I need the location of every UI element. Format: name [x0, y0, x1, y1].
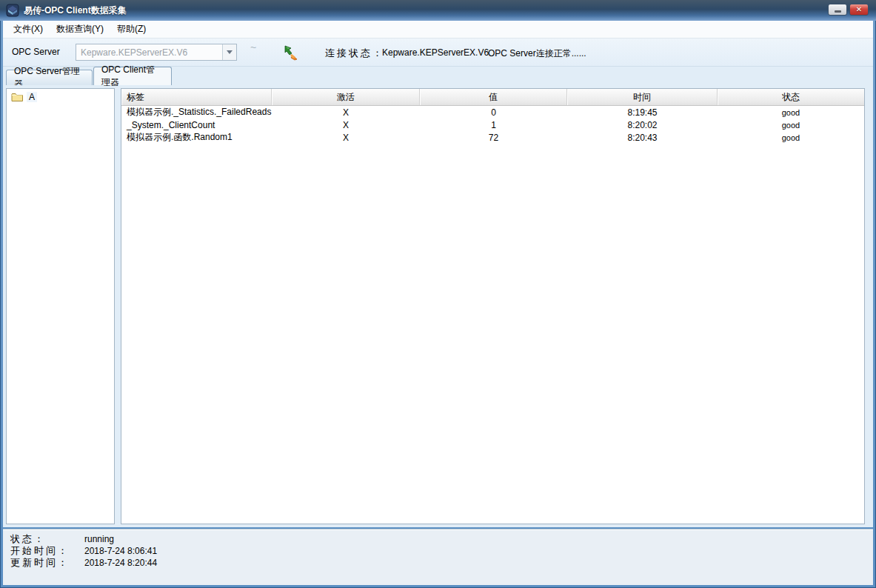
cell-active: X — [272, 107, 420, 118]
cell-active: X — [272, 120, 420, 130]
column-header-time[interactable]: 时间 — [567, 89, 718, 105]
cell-status: good — [718, 121, 864, 130]
toolbar: OPC Server Kepware.KEPServerEX.V6 连接状态： … — [3, 39, 873, 67]
status-value: 2018-7-24 8:20:44 — [84, 557, 157, 569]
close-icon: ✕ — [856, 6, 862, 13]
status-value: 2018-7-24 8:06:41 — [84, 545, 157, 557]
connected-server-name: Kepware.KEPServerEX.V6 — [382, 47, 489, 58]
column-header-status[interactable]: 状态 — [718, 89, 864, 105]
combobox-dropdown-button[interactable] — [222, 44, 236, 60]
cell-tag: _System._ClientCount — [121, 120, 272, 130]
menu-item-data-query[interactable]: 数据查询(Y) — [50, 21, 110, 38]
cell-time: 8:19:45 — [567, 107, 718, 118]
table-row[interactable]: _System._ClientCount X 1 8:20:02 good — [121, 118, 864, 131]
cell-tag: 模拟器示例._Statistics._FailedReads — [121, 106, 272, 118]
status-label: 开始时间： — [10, 545, 84, 557]
tag-table: 标签 激活 值 时间 状态 模拟器示例._Statistics._FailedR… — [121, 88, 865, 524]
cell-status: good — [718, 108, 864, 117]
tree-item-group-a[interactable]: A — [7, 89, 114, 102]
opc-server-label: OPC Server — [12, 47, 60, 57]
connection-status-label: 连接状态： — [325, 47, 384, 60]
connection-status-text: OPC Server连接正常...... — [488, 47, 586, 60]
app-window: 易传-OPC Client数据采集 ✕ 文件(X) 数据查询(Y) 帮助(Z) … — [0, 0, 876, 588]
content-area: A 标签 激活 值 时间 状态 模拟器示例._Statistics._Faile… — [3, 85, 873, 527]
tab-opc-client-manager[interactable]: OPC Client管理器 — [93, 67, 172, 85]
tilde-mark: ~ — [250, 41, 256, 53]
status-value: running — [84, 533, 114, 545]
table-row[interactable]: 模拟器示例.函数.Random1 X 72 8:20:43 good — [121, 131, 864, 144]
tree-item-label: A — [27, 92, 37, 102]
status-row-state: 状态： running — [10, 533, 873, 545]
cell-value: 0 — [420, 107, 567, 118]
group-tree-panel: A — [6, 88, 115, 524]
cell-status: good — [718, 133, 864, 142]
window-title: 易传-OPC Client数据采集 — [24, 4, 127, 17]
refresh-pen-icon[interactable] — [283, 44, 301, 61]
column-header-tag[interactable]: 标签 — [121, 89, 272, 105]
tab-opc-server-manager[interactable]: OPC Server管理器 — [6, 70, 93, 85]
cell-time: 8:20:43 — [567, 133, 718, 143]
cell-tag: 模拟器示例.函数.Random1 — [121, 131, 272, 144]
cell-value: 72 — [420, 133, 567, 143]
menubar: 文件(X) 数据查询(Y) 帮助(Z) — [3, 21, 873, 39]
tab-label: OPC Client管理器 — [101, 64, 164, 89]
window-controls: ✕ — [828, 4, 869, 16]
status-row-update-time: 更新时间： 2018-7-24 8:20:44 — [10, 557, 873, 569]
menu-item-file[interactable]: 文件(X) — [7, 21, 49, 38]
status-label: 状态： — [10, 533, 84, 545]
server-combobox-value: Kepware.KEPServerEX.V6 — [76, 47, 222, 58]
cell-value: 1 — [420, 120, 567, 130]
minimize-button[interactable] — [828, 4, 847, 16]
close-button[interactable]: ✕ — [849, 4, 869, 16]
cell-active: X — [272, 133, 420, 143]
cell-time: 8:20:02 — [567, 120, 718, 130]
status-row-start-time: 开始时间： 2018-7-24 8:06:41 — [10, 545, 873, 557]
minimize-icon — [835, 10, 841, 13]
tabstrip: OPC Server管理器 OPC Client管理器 — [3, 67, 873, 85]
column-header-value[interactable]: 值 — [420, 89, 567, 105]
app-logo-icon — [6, 4, 19, 17]
chevron-down-icon — [227, 50, 233, 54]
table-header: 标签 激活 值 时间 状态 — [121, 89, 864, 106]
server-combobox[interactable]: Kepware.KEPServerEX.V6 — [76, 44, 237, 61]
menu-item-help[interactable]: 帮助(Z) — [111, 21, 152, 38]
column-header-active[interactable]: 激活 — [272, 89, 420, 105]
status-bar: 状态： running 开始时间： 2018-7-24 8:06:41 更新时间… — [3, 529, 873, 585]
status-label: 更新时间： — [10, 557, 84, 569]
table-row[interactable]: 模拟器示例._Statistics._FailedReads X 0 8:19:… — [121, 106, 864, 118]
folder-icon — [11, 92, 24, 102]
titlebar: 易传-OPC Client数据采集 ✕ — [0, 0, 876, 21]
